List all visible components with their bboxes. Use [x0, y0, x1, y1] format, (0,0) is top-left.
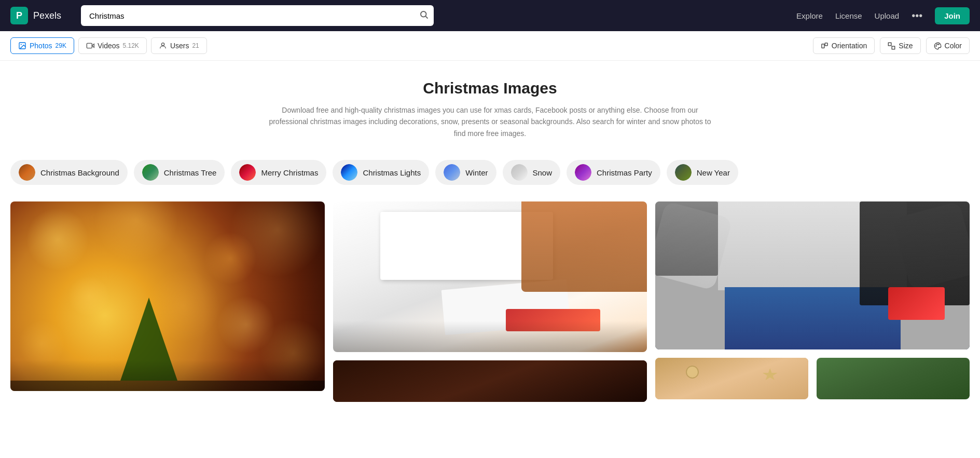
pill-avatar-7	[675, 164, 692, 181]
nav-explore[interactable]: Explore	[796, 11, 823, 20]
logo-text: Pexels	[33, 10, 61, 21]
tab-videos-label: Videos	[98, 42, 120, 50]
tab-users-label: Users	[170, 42, 189, 50]
size-filter[interactable]: Size	[880, 37, 920, 54]
svg-point-11	[935, 45, 936, 46]
category-pills: Christmas Background Christmas Tree Merr…	[0, 152, 980, 193]
color-filter[interactable]: Color	[926, 37, 970, 54]
nav-upload[interactable]: Upload	[875, 11, 900, 20]
page-description: Download free and high-quality christmas…	[267, 104, 713, 139]
image-grid	[0, 193, 980, 410]
more-button[interactable]: •••	[912, 10, 922, 22]
pill-avatar-3	[341, 164, 357, 181]
image-card-5[interactable]	[655, 358, 808, 399]
pill-avatar-6	[575, 164, 591, 181]
category-merry-christmas[interactable]: Merry Christmas	[231, 160, 326, 185]
join-button[interactable]: Join	[935, 7, 970, 24]
tab-photos-count: 29K	[56, 42, 66, 49]
search-input[interactable]	[81, 5, 434, 26]
category-snow[interactable]: Snow	[503, 160, 561, 185]
filters-bar: Photos 29K Videos 5.12K Users 21 Orienta…	[0, 31, 980, 61]
user-icon	[159, 42, 167, 50]
pill-avatar-2	[239, 164, 256, 181]
svg-rect-4	[87, 43, 92, 48]
image-card-4[interactable]	[655, 201, 970, 349]
category-label-0: Christmas Background	[40, 168, 119, 177]
category-label-6: Christmas Party	[597, 168, 652, 177]
category-label-5: Snow	[533, 168, 553, 177]
category-label-2: Merry Christmas	[261, 168, 318, 177]
page-title-section: Christmas Images Download free and high-…	[0, 61, 980, 152]
category-christmas-tree[interactable]: Christmas Tree	[134, 160, 225, 185]
svg-point-6	[161, 43, 164, 46]
search-button[interactable]	[419, 10, 429, 21]
category-label-3: Christmas Lights	[363, 168, 421, 177]
category-new-year[interactable]: New Year	[667, 160, 738, 185]
svg-point-0	[421, 11, 426, 17]
category-label-4: Winter	[465, 168, 488, 177]
category-winter[interactable]: Winter	[435, 160, 496, 185]
image-card-6[interactable]	[817, 358, 970, 399]
svg-rect-7	[822, 44, 824, 48]
image-row-bottom	[655, 358, 970, 399]
tab-users-count: 21	[192, 42, 199, 49]
image-card-1[interactable]	[10, 201, 325, 391]
pill-avatar-4	[444, 164, 460, 181]
svg-rect-8	[825, 43, 827, 45]
orientation-filter[interactable]: Orientation	[813, 37, 875, 54]
svg-rect-9	[889, 43, 892, 46]
pill-avatar-1	[142, 164, 159, 181]
svg-point-13	[938, 44, 938, 44]
svg-rect-10	[892, 46, 895, 49]
page-title: Christmas Images	[10, 79, 970, 97]
size-icon	[888, 42, 895, 50]
category-label-7: New Year	[697, 168, 730, 177]
tab-photos[interactable]: Photos 29K	[10, 37, 74, 54]
image-card-2[interactable]	[333, 201, 647, 352]
search-bar	[81, 5, 434, 26]
pill-avatar-5	[511, 164, 528, 181]
logo[interactable]: P Pexels	[10, 7, 73, 24]
image-column-3	[655, 201, 970, 402]
category-christmas-party[interactable]: Christmas Party	[567, 160, 660, 185]
tab-videos[interactable]: Videos 5.12K	[78, 37, 147, 54]
video-icon	[86, 42, 94, 50]
logo-icon: P	[10, 7, 28, 24]
category-label-1: Christmas Tree	[164, 168, 217, 177]
pill-avatar-0	[19, 164, 35, 181]
svg-point-3	[21, 44, 22, 45]
image-column-1	[10, 201, 325, 402]
header-nav: Explore License Upload ••• Join	[796, 7, 970, 24]
tab-photos-label: Photos	[30, 42, 52, 50]
category-christmas-lights[interactable]: Christmas Lights	[333, 160, 429, 185]
image-icon	[18, 42, 26, 50]
svg-line-1	[425, 16, 427, 18]
nav-license[interactable]: License	[835, 11, 862, 20]
tab-users[interactable]: Users 21	[151, 37, 207, 54]
orientation-icon	[821, 42, 829, 50]
filter-buttons: Orientation Size Color	[813, 37, 970, 54]
image-card-3[interactable]	[333, 360, 647, 402]
tab-videos-count: 5.12K	[123, 42, 139, 49]
color-icon	[934, 42, 942, 50]
header: P Pexels Explore License Upload ••• Join	[0, 0, 980, 31]
svg-point-12	[936, 44, 937, 44]
category-christmas-background[interactable]: Christmas Background	[10, 160, 128, 185]
image-column-2	[333, 201, 647, 402]
